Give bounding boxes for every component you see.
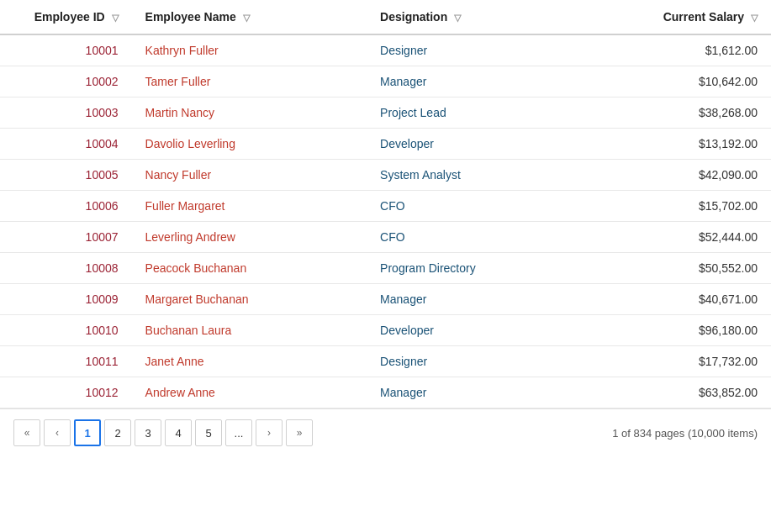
pagination-bar: « ‹ 1 2 3 4 5 ... › » 1 of 834 pages (10… <box>0 408 771 456</box>
cell-employee-name: Andrew Anne <box>132 377 367 408</box>
col-header-employee-name: Employee Name ▽ <box>132 0 367 34</box>
table-row: 10005Nancy FullerSystem Analyst$42,090.0… <box>0 160 771 191</box>
cell-employee-name: Janet Anne <box>132 346 367 377</box>
page-4-button[interactable]: 4 <box>165 419 192 446</box>
page-1-button[interactable]: 1 <box>74 419 101 446</box>
cell-salary: $42,090.00 <box>602 160 771 191</box>
cell-employee-id: 10010 <box>0 315 132 346</box>
last-page-button[interactable]: » <box>286 419 313 446</box>
cell-employee-id: 10002 <box>0 66 132 97</box>
designation-filter-icon[interactable]: ▽ <box>454 13 461 24</box>
table-row: 10001Kathryn FullerDesigner$1,612.00 <box>0 34 771 66</box>
table-row: 10008Peacock BuchananProgram Directory$5… <box>0 253 771 284</box>
table-header-row: Employee ID ▽ Employee Name ▽ Designatio… <box>0 0 771 34</box>
cell-employee-name: Tamer Fuller <box>132 66 367 97</box>
table-row: 10006Fuller MargaretCFO$15,702.00 <box>0 191 771 222</box>
first-page-button[interactable]: « <box>13 419 40 446</box>
cell-employee-name: Peacock Buchanan <box>132 253 367 284</box>
cell-employee-id: 10004 <box>0 129 132 160</box>
cell-salary: $38,268.00 <box>602 97 771 129</box>
cell-salary: $52,444.00 <box>602 222 771 253</box>
cell-designation: Developer <box>367 129 602 160</box>
cell-employee-id: 10005 <box>0 160 132 191</box>
salary-filter-icon[interactable]: ▽ <box>751 13 758 24</box>
table-row: 10009Margaret BuchananManager$40,671.00 <box>0 284 771 315</box>
page-ellipsis-button[interactable]: ... <box>225 419 252 446</box>
employee-table: Employee ID ▽ Employee Name ▽ Designatio… <box>0 0 771 408</box>
cell-designation: Manager <box>367 284 602 315</box>
page-5-button[interactable]: 5 <box>195 419 222 446</box>
cell-salary: $96,180.00 <box>602 315 771 346</box>
cell-employee-id: 10011 <box>0 346 132 377</box>
cell-designation: Project Lead <box>367 97 602 129</box>
table-row: 10007Leverling AndrewCFO$52,444.00 <box>0 222 771 253</box>
cell-employee-id: 10007 <box>0 222 132 253</box>
table-row: 10011Janet AnneDesigner$17,732.00 <box>0 346 771 377</box>
cell-salary: $17,732.00 <box>602 346 771 377</box>
cell-designation: System Analyst <box>367 160 602 191</box>
cell-employee-name: Leverling Andrew <box>132 222 367 253</box>
cell-employee-name: Nancy Fuller <box>132 160 367 191</box>
cell-employee-id: 10009 <box>0 284 132 315</box>
pagination-controls: « ‹ 1 2 3 4 5 ... › » <box>13 419 313 446</box>
cell-employee-id: 10008 <box>0 253 132 284</box>
table-body: 10001Kathryn FullerDesigner$1,612.001000… <box>0 34 771 408</box>
cell-employee-id: 10012 <box>0 377 132 408</box>
cell-employee-name: Margaret Buchanan <box>132 284 367 315</box>
cell-employee-id: 10001 <box>0 34 132 66</box>
table-row: 10002Tamer FullerManager$10,642.00 <box>0 66 771 97</box>
col-header-employee-id: Employee ID ▽ <box>0 0 132 34</box>
next-page-button[interactable]: › <box>256 419 283 446</box>
employee-name-filter-icon[interactable]: ▽ <box>243 13 250 24</box>
cell-designation: Designer <box>367 346 602 377</box>
cell-designation: CFO <box>367 191 602 222</box>
cell-salary: $10,642.00 <box>602 66 771 97</box>
cell-designation: Developer <box>367 315 602 346</box>
cell-employee-name: Kathryn Fuller <box>132 34 367 66</box>
employee-id-filter-icon[interactable]: ▽ <box>112 13 119 24</box>
cell-salary: $40,671.00 <box>602 284 771 315</box>
page-3-button[interactable]: 3 <box>135 419 161 446</box>
pagination-info: 1 of 834 pages (10,000 items) <box>612 427 758 440</box>
cell-designation: Manager <box>367 377 602 408</box>
col-header-current-salary: Current Salary ▽ <box>602 0 771 34</box>
cell-designation: Program Directory <box>367 253 602 284</box>
cell-salary: $63,852.00 <box>602 377 771 408</box>
cell-employee-name: Buchanan Laura <box>132 315 367 346</box>
table-row: 10010Buchanan LauraDeveloper$96,180.00 <box>0 315 771 346</box>
cell-employee-name: Fuller Margaret <box>132 191 367 222</box>
col-header-designation: Designation ▽ <box>367 0 602 34</box>
page-2-button[interactable]: 2 <box>104 419 131 446</box>
cell-salary: $13,192.00 <box>602 129 771 160</box>
cell-salary: $15,702.00 <box>602 191 771 222</box>
table-row: 10003Martin NancyProject Lead$38,268.00 <box>0 97 771 129</box>
cell-salary: $50,552.00 <box>602 253 771 284</box>
cell-salary: $1,612.00 <box>602 34 771 66</box>
cell-employee-name: Davolio Leverling <box>132 129 367 160</box>
cell-employee-id: 10006 <box>0 191 132 222</box>
cell-employee-id: 10003 <box>0 97 132 129</box>
cell-designation: Manager <box>367 66 602 97</box>
table-row: 10004Davolio LeverlingDeveloper$13,192.0… <box>0 129 771 160</box>
cell-employee-name: Martin Nancy <box>132 97 367 129</box>
table-row: 10012Andrew AnneManager$63,852.00 <box>0 377 771 408</box>
prev-page-button[interactable]: ‹ <box>44 419 71 446</box>
cell-designation: CFO <box>367 222 602 253</box>
employee-table-container: Employee ID ▽ Employee Name ▽ Designatio… <box>0 0 771 456</box>
cell-designation: Designer <box>367 34 602 66</box>
